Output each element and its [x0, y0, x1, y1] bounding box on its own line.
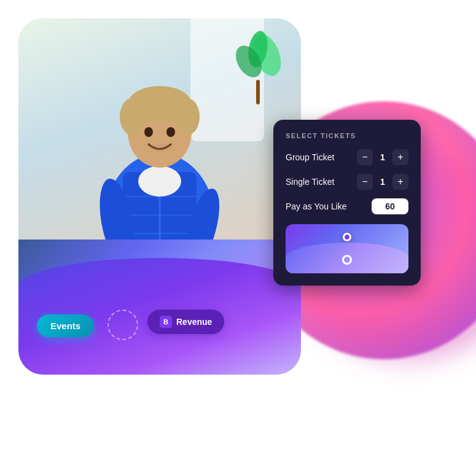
connector-circle — [107, 310, 138, 340]
svg-point-14 — [120, 98, 144, 135]
ticket-card-title: SELECT TICKETS — [286, 132, 408, 139]
single-ticket-value: 1 — [378, 177, 388, 187]
svg-point-16 — [144, 127, 153, 137]
ticket-row-pay: Pay as You Like 60 — [286, 198, 408, 214]
slider-dot-bottom — [342, 255, 352, 265]
ticket-card: SELECT TICKETS Group Ticket − 1 + Single… — [273, 120, 421, 286]
revenue-icon: B — [160, 316, 172, 328]
revenue-badge-label: Revenue — [176, 317, 212, 327]
svg-point-10 — [138, 166, 181, 197]
events-badge-label: Events — [50, 321, 80, 331]
bottom-wave — [18, 240, 301, 375]
group-ticket-counter: − 1 + — [357, 149, 408, 165]
ticket-row-single: Single Ticket − 1 + — [286, 174, 408, 190]
main-scene: Events B Revenue SELECT TICKETS Group Ti… — [0, 0, 476, 460]
single-ticket-label: Single Ticket — [286, 177, 334, 187]
pay-value: 60 — [385, 201, 395, 211]
pay-value-box[interactable]: 60 — [372, 198, 408, 214]
group-ticket-plus-button[interactable]: + — [392, 149, 408, 165]
single-ticket-plus-button[interactable]: + — [392, 174, 408, 190]
revenue-badge[interactable]: B Revenue — [147, 310, 224, 334]
slider-area — [286, 224, 408, 273]
pay-as-you-like-label: Pay as You Like — [286, 201, 347, 211]
ticket-row-group: Group Ticket − 1 + — [286, 149, 408, 165]
svg-point-17 — [166, 127, 175, 137]
svg-point-15 — [175, 98, 200, 135]
events-badge[interactable]: Events — [37, 314, 94, 337]
group-ticket-label: Group Ticket — [286, 152, 334, 162]
group-ticket-value: 1 — [378, 152, 388, 162]
single-ticket-minus-button[interactable]: − — [357, 174, 373, 190]
group-ticket-minus-button[interactable]: − — [357, 149, 373, 165]
single-ticket-counter: − 1 + — [357, 174, 408, 190]
slider-dot-top[interactable] — [343, 233, 351, 241]
